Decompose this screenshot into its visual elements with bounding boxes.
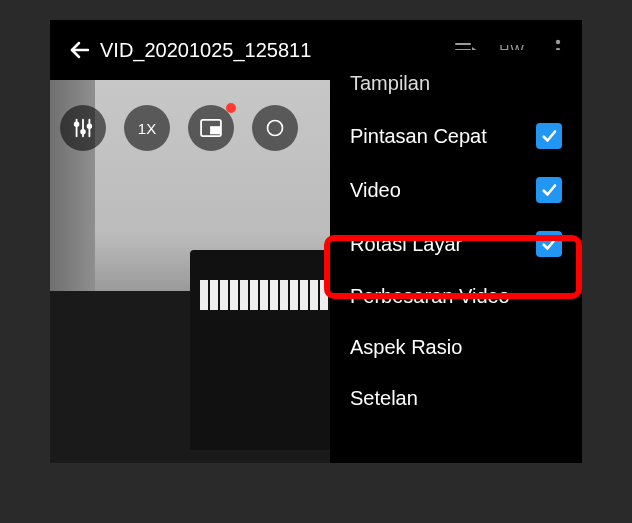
settings-menu: Tampilan Pintasan Cepat Video Rotasi Lay… <box>330 50 582 463</box>
extra-button[interactable] <box>252 105 298 151</box>
rec-indicator <box>226 103 236 113</box>
pip-button[interactable] <box>188 105 234 151</box>
svg-point-9 <box>75 123 79 127</box>
menu-item-aspek-rasio[interactable]: Aspek Rasio <box>330 322 582 373</box>
svg-point-5 <box>556 40 560 44</box>
menu-label: Setelan <box>350 387 418 410</box>
checkbox[interactable] <box>536 123 562 149</box>
back-button[interactable] <box>60 30 100 70</box>
arrow-left-icon <box>68 38 92 62</box>
equalizer-button[interactable] <box>60 105 106 151</box>
speed-button[interactable]: 1X <box>124 105 170 151</box>
pip-icon <box>200 119 222 137</box>
menu-item-pintasan-cepat[interactable]: Pintasan Cepat <box>330 109 582 163</box>
menu-item-setelan[interactable]: Setelan <box>330 373 582 424</box>
checkbox[interactable] <box>536 231 562 257</box>
svg-point-11 <box>81 130 85 134</box>
check-icon <box>540 181 558 199</box>
circle-icon <box>265 118 285 138</box>
menu-item-perbesaran-video[interactable]: Perbesaran Video <box>330 271 582 322</box>
menu-label: Rotasi Layar <box>350 233 462 256</box>
svg-rect-15 <box>211 127 219 133</box>
menu-header: Tampilan <box>330 64 582 109</box>
menu-label: Aspek Rasio <box>350 336 462 359</box>
menu-item-rotasi-layar[interactable]: Rotasi Layar <box>330 217 582 271</box>
menu-item-video[interactable]: Video <box>330 163 582 217</box>
check-icon <box>540 235 558 253</box>
checkbox[interactable] <box>536 177 562 203</box>
menu-label: Pintasan Cepat <box>350 125 487 148</box>
player-window: VID_20201025_125811 HW 1X Tampilan <box>50 20 582 463</box>
floating-controls: 1X <box>60 105 298 151</box>
speed-label: 1X <box>138 120 156 137</box>
check-icon <box>540 127 558 145</box>
sliders-icon <box>72 117 94 139</box>
menu-label: Video <box>350 179 401 202</box>
svg-point-13 <box>88 124 92 128</box>
menu-label: Perbesaran Video <box>350 285 510 308</box>
svg-point-16 <box>268 121 283 136</box>
